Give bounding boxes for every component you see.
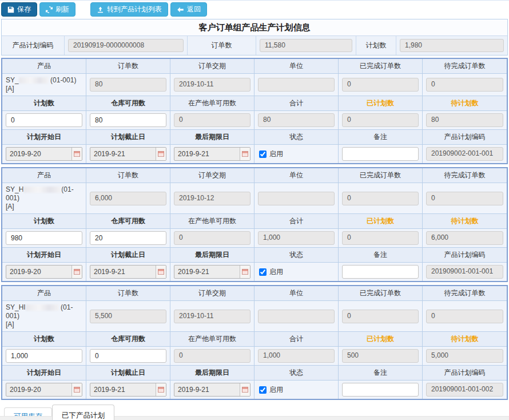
warehouse-avail-input-cell (86, 347, 170, 366)
deadline-cell: 2019-9-21 (170, 145, 254, 163)
plan-qty-input-cell (2, 347, 86, 366)
to-plan-qty-value: 80 (423, 111, 507, 130)
enabled-checkbox[interactable] (259, 386, 267, 394)
summary-plan-qty-label: 计划数 (356, 36, 396, 55)
label-completed-orders: 已完成订单数 (339, 286, 423, 301)
order-qty-value: 80 (86, 74, 170, 96)
label-unit: 单位 (254, 286, 339, 301)
plan-qty-input[interactable] (6, 349, 82, 363)
enabled-checkbox[interactable] (259, 268, 267, 276)
label-start-date: 计划开始日 (2, 366, 86, 381)
save-button[interactable]: 保存 (1, 2, 37, 17)
pending-orders-value: 0 (423, 74, 507, 96)
warehouse-avail-input[interactable] (90, 349, 166, 363)
plan-code-cell: 201909002-001-001 (423, 145, 507, 163)
label-product: 产品 (2, 59, 86, 74)
calendar-icon[interactable] (71, 266, 82, 278)
other-order-avail-value: 0 (170, 111, 254, 130)
warehouse-avail-input-cell (86, 229, 170, 248)
plan-qty-input[interactable] (6, 231, 82, 245)
label-deadline: 最后期限日 (170, 130, 254, 145)
label-total: 合计 (254, 214, 339, 229)
label-plan-qty: 计划数 (2, 214, 86, 229)
start-date-cell: 2019-9-20 (2, 381, 86, 399)
start-date-input[interactable]: 2019-9-20 (6, 265, 82, 279)
label-to-plan-qty: 待计划数 (423, 214, 507, 229)
calendar-icon[interactable] (240, 383, 250, 396)
calendar-icon[interactable] (240, 266, 250, 278)
back-button-label: 返回 (187, 5, 201, 14)
end-date-input[interactable]: 2019-9-21 (90, 265, 166, 279)
summary-plan-code-cell: 20190919-0000000008 (65, 36, 188, 55)
page: 保存 刷新 转到产品计划列表 返回 客户订单组产品生产计划信息 产品计划编码 2… (0, 0, 509, 420)
calendar-icon[interactable] (71, 148, 82, 160)
product-name: SY_H(01-001)[A] (2, 183, 86, 214)
remark-input[interactable] (342, 383, 419, 397)
deadline-input[interactable]: 2019-9-21 (174, 147, 250, 161)
end-date-input[interactable]: 2019-9-21 (90, 383, 166, 397)
remark-cell (339, 381, 423, 399)
end-date-cell: 2019-9-21 (86, 381, 170, 399)
unit-value (254, 301, 339, 332)
total-value: 80 (254, 111, 339, 130)
refresh-button[interactable]: 刷新 (39, 2, 75, 17)
summary-plan-qty-cell: 1,980 (396, 36, 507, 55)
plan-qty-input[interactable] (6, 113, 82, 127)
end-date-input[interactable]: 2019-9-21 (90, 147, 166, 161)
label-pending-orders: 待完成订单数 (423, 286, 507, 301)
label-remark: 备注 (339, 130, 423, 145)
label-pending-orders: 待完成订单数 (423, 168, 507, 183)
deadline-input[interactable]: 2019-9-21 (174, 383, 250, 397)
back-arrow-icon (177, 6, 184, 13)
calendar-icon[interactable] (71, 383, 82, 396)
tab-placed-product-plans[interactable]: 已下产品计划 (52, 405, 114, 420)
order-qty-value: 5,500 (86, 301, 170, 332)
total-value: 1,000 (254, 347, 339, 366)
label-planned-qty: 已计划数 (339, 96, 423, 111)
remark-input[interactable] (342, 147, 419, 161)
goto-plan-list-button[interactable]: 转到产品计划列表 (90, 2, 168, 17)
back-button[interactable]: 返回 (170, 2, 207, 17)
planned-qty-value: 500 (339, 347, 423, 366)
completed-orders-value: 0 (339, 74, 423, 96)
deadline-input[interactable]: 2019-9-21 (174, 265, 250, 279)
calendar-icon[interactable] (156, 148, 166, 160)
end-date-cell: 2019-9-21 (86, 263, 170, 281)
order-due-value: 2019-10-12 (170, 183, 254, 214)
label-plan-qty: 计划数 (2, 332, 86, 347)
calendar-icon[interactable] (240, 148, 250, 160)
label-other-order-avail: 在产他单可用数 (170, 332, 254, 347)
order-qty-value: 6,000 (86, 183, 170, 214)
calendar-icon[interactable] (156, 266, 166, 278)
enabled-label: 启用 (269, 385, 283, 395)
redacted-text (26, 304, 59, 311)
label-unit: 单位 (254, 168, 339, 183)
plan-qty-input-cell (2, 229, 86, 248)
remark-cell (339, 263, 423, 281)
completed-orders-value: 0 (339, 183, 423, 214)
start-date-input[interactable]: 2019-9-20 (6, 383, 82, 397)
pending-orders-value: 0 (423, 301, 507, 332)
calendar-icon[interactable] (156, 383, 166, 396)
label-planned-qty: 已计划数 (339, 332, 423, 347)
warehouse-avail-input[interactable] (90, 113, 166, 127)
label-pending-orders: 待完成订单数 (423, 59, 507, 74)
label-order-due: 订单交期 (170, 168, 254, 183)
start-date-input[interactable]: 2019-9-20 (6, 147, 82, 161)
warehouse-avail-input[interactable] (90, 231, 166, 245)
summary-order-qty-cell: 11,580 (256, 36, 356, 55)
status-cell: 启用 (254, 263, 339, 281)
label-plan-code: 产品计划编码 (423, 366, 507, 381)
remark-input[interactable] (342, 265, 419, 279)
summary-plan-code-label: 产品计划编码 (2, 36, 65, 55)
label-planned-qty: 已计划数 (339, 214, 423, 229)
summary-order-qty-value: 11,580 (260, 39, 352, 52)
label-status: 状态 (254, 366, 339, 381)
end-date-cell: 2019-9-21 (86, 145, 170, 163)
summary-plan-qty-value: 1,980 (400, 39, 504, 52)
label-order-due: 订单交期 (170, 59, 254, 74)
label-warehouse-avail: 仓库可用数 (86, 96, 170, 111)
enabled-checkbox[interactable] (259, 150, 267, 158)
redacted-text (19, 77, 49, 84)
product-block-1: 产品 订单数 订单交期 单位 已完成订单数 待完成订单数 SY_ (01-001… (1, 58, 508, 164)
